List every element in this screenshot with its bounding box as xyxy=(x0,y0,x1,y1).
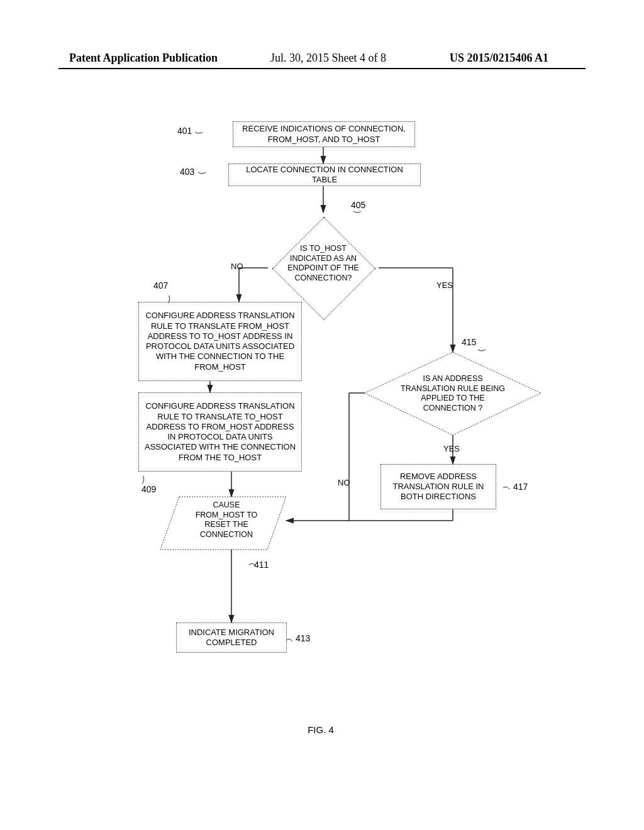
label-yes-415: YES xyxy=(443,444,460,453)
ref-405: 405 xyxy=(351,200,365,210)
ref-415: 415 xyxy=(462,337,476,347)
step-401-box: RECEIVE INDICATIONS OF CONNECTION, FROM_… xyxy=(233,121,415,147)
step-417-text: REMOVE ADDRESS TRANSLATION RULE IN BOTH … xyxy=(385,472,492,502)
step-409-box: CONFIGURE ADDRESS TRANSLATION RULE TO TR… xyxy=(138,392,302,472)
step-413-box: INDICATE MIGRATION COMPLETED xyxy=(176,622,287,653)
step-411-text: CAUSE FROM_HOST TO RESET THE CONNECTION xyxy=(189,501,264,540)
label-no-405: NO xyxy=(231,262,243,271)
label-no-415: NO xyxy=(338,478,350,487)
step-403-box: LOCATE CONNECTION IN CONNECTION TABLE xyxy=(228,163,421,186)
step-401-text: RECEIVE INDICATIONS OF CONNECTION, FROM_… xyxy=(237,124,411,145)
step-409-text: CONFIGURE ADDRESS TRANSLATION RULE TO TR… xyxy=(143,401,297,463)
ref-401: 401 xyxy=(177,126,192,136)
step-417-box: REMOVE ADDRESS TRANSLATION RULE IN BOTH … xyxy=(380,464,496,509)
step-403-text: LOCATE CONNECTION IN CONNECTION TABLE xyxy=(233,165,416,185)
ref-417: 417 xyxy=(513,482,528,492)
decision-405-text: IS TO_HOST INDICATED AS AN ENDPOINT OF T… xyxy=(286,244,361,284)
label-yes-405: YES xyxy=(436,280,453,290)
ref-413: 413 xyxy=(296,633,310,643)
ref-411: 411 xyxy=(254,560,269,570)
ref-407: 407 xyxy=(153,280,168,290)
decision-405: IS TO_HOST INDICATED AS AN ENDPOINT OF T… xyxy=(268,213,379,323)
ref-403: 403 xyxy=(180,167,194,177)
figure-caption: FIG. 4 xyxy=(289,724,352,735)
step-413-text: INDICATE MIGRATION COMPLETED xyxy=(180,628,282,648)
ref-409: 409 xyxy=(142,484,156,494)
decision-415: IS AN ADDRESS TRANSLATION RULE BEING APP… xyxy=(365,352,541,435)
decision-415-text: IS AN ADDRESS TRANSLATION RULE BEING APP… xyxy=(396,374,509,414)
